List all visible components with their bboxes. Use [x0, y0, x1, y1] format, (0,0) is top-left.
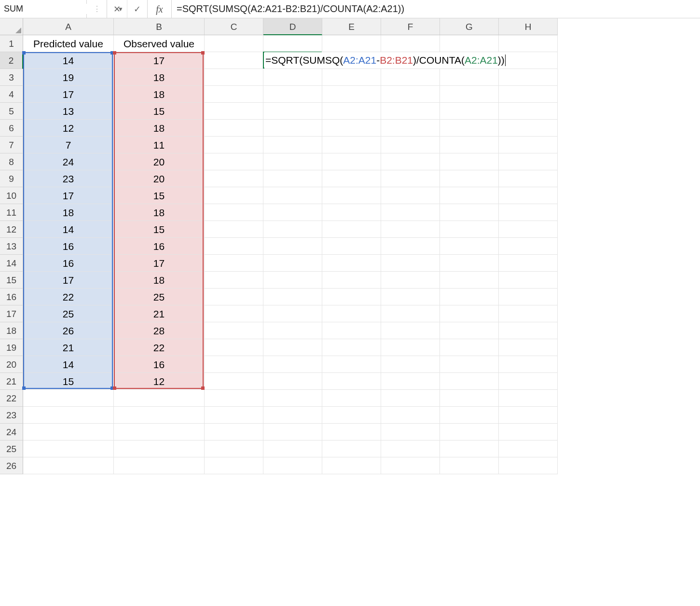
cell-H21[interactable]: [499, 373, 558, 390]
cell-E4[interactable]: [322, 86, 381, 103]
cell-A5[interactable]: 13: [23, 103, 114, 120]
row-header-17[interactable]: 17: [0, 305, 23, 322]
cell-A7[interactable]: 7: [23, 137, 114, 153]
row-header-14[interactable]: 14: [0, 255, 23, 272]
cell-G25[interactable]: [440, 441, 499, 457]
cell-D13[interactable]: [263, 238, 322, 255]
row-header-26[interactable]: 26: [0, 457, 23, 474]
cell-C19[interactable]: [205, 339, 263, 356]
cell-E5[interactable]: [322, 103, 381, 120]
cell-G11[interactable]: [440, 204, 499, 221]
cell-G1[interactable]: [440, 35, 499, 52]
cell-F13[interactable]: [381, 238, 440, 255]
row-header-4[interactable]: 4: [0, 86, 23, 103]
cell-H26[interactable]: [499, 457, 558, 474]
cell-A22[interactable]: [23, 390, 114, 407]
cell-D5[interactable]: [263, 103, 322, 120]
cell-F5[interactable]: [381, 103, 440, 120]
cell-D8[interactable]: [263, 153, 322, 170]
cell-B14[interactable]: 17: [114, 255, 205, 272]
cell-B11[interactable]: 18: [114, 204, 205, 221]
cell-C26[interactable]: [205, 457, 263, 474]
cell-D7[interactable]: [263, 137, 322, 153]
column-header-H[interactable]: H: [499, 18, 558, 35]
cell-C20[interactable]: [205, 356, 263, 373]
cell-H16[interactable]: [499, 289, 558, 305]
cell-H4[interactable]: [499, 86, 558, 103]
cell-E1[interactable]: [322, 35, 381, 52]
column-header-C[interactable]: C: [205, 18, 263, 35]
cell-C16[interactable]: [205, 289, 263, 305]
column-header-F[interactable]: F: [381, 18, 440, 35]
cell-G23[interactable]: [440, 407, 499, 424]
cell-E22[interactable]: [322, 390, 381, 407]
cell-C6[interactable]: [205, 120, 263, 137]
cell-D26[interactable]: [263, 457, 322, 474]
cell-D22[interactable]: [263, 390, 322, 407]
cell-C21[interactable]: [205, 373, 263, 390]
cell-B19[interactable]: 22: [114, 339, 205, 356]
cell-E23[interactable]: [322, 407, 381, 424]
cell-H8[interactable]: [499, 153, 558, 170]
cell-B13[interactable]: 16: [114, 238, 205, 255]
cell-H7[interactable]: [499, 137, 558, 153]
confirm-formula-button[interactable]: ✓: [127, 0, 148, 18]
cell-H5[interactable]: [499, 103, 558, 120]
cell-C12[interactable]: [205, 221, 263, 238]
row-header-22[interactable]: 22: [0, 390, 23, 407]
cell-G6[interactable]: [440, 120, 499, 137]
cell-G7[interactable]: [440, 137, 499, 153]
cell-G8[interactable]: [440, 153, 499, 170]
cell-D6[interactable]: [263, 120, 322, 137]
cell-H20[interactable]: [499, 356, 558, 373]
cell-E9[interactable]: [322, 170, 381, 187]
cell-F25[interactable]: [381, 441, 440, 457]
cell-F26[interactable]: [381, 457, 440, 474]
cell-H2[interactable]: [499, 52, 558, 69]
cell-B21[interactable]: 12: [114, 373, 205, 390]
cell-F12[interactable]: [381, 221, 440, 238]
cell-G19[interactable]: [440, 339, 499, 356]
cell-A9[interactable]: 23: [23, 170, 114, 187]
row-header-2[interactable]: 2: [0, 52, 23, 69]
cell-D25[interactable]: [263, 441, 322, 457]
cell-H23[interactable]: [499, 407, 558, 424]
cell-D4[interactable]: [263, 86, 322, 103]
cell-H3[interactable]: [499, 69, 558, 86]
cell-E11[interactable]: [322, 204, 381, 221]
cell-C3[interactable]: [205, 69, 263, 86]
cell-A4[interactable]: 17: [23, 86, 114, 103]
cell-C2[interactable]: [205, 52, 263, 69]
cell-H12[interactable]: [499, 221, 558, 238]
cell-A14[interactable]: 16: [23, 255, 114, 272]
cell-E17[interactable]: [322, 305, 381, 322]
row-header-7[interactable]: 7: [0, 137, 23, 153]
cell-C14[interactable]: [205, 255, 263, 272]
cell-A15[interactable]: 17: [23, 272, 114, 289]
cell-F20[interactable]: [381, 356, 440, 373]
cell-A18[interactable]: 26: [23, 322, 114, 339]
cell-G20[interactable]: [440, 356, 499, 373]
cell-A10[interactable]: 17: [23, 187, 114, 204]
cell-E7[interactable]: [322, 137, 381, 153]
row-header-21[interactable]: 21: [0, 373, 23, 390]
cell-E14[interactable]: [322, 255, 381, 272]
row-header-10[interactable]: 10: [0, 187, 23, 204]
cell-E26[interactable]: [322, 457, 381, 474]
row-header-9[interactable]: 9: [0, 170, 23, 187]
cell-H18[interactable]: [499, 322, 558, 339]
column-header-D[interactable]: D: [263, 18, 322, 35]
row-header-11[interactable]: 11: [0, 204, 23, 221]
cell-E12[interactable]: [322, 221, 381, 238]
cell-H19[interactable]: [499, 339, 558, 356]
cell-F22[interactable]: [381, 390, 440, 407]
cell-H1[interactable]: [499, 35, 558, 52]
cell-C7[interactable]: [205, 137, 263, 153]
cell-G3[interactable]: [440, 69, 499, 86]
cell-D18[interactable]: [263, 322, 322, 339]
cell-B25[interactable]: [114, 441, 205, 457]
cell-A20[interactable]: 14: [23, 356, 114, 373]
cell-E24[interactable]: [322, 424, 381, 441]
cell-G9[interactable]: [440, 170, 499, 187]
cell-F7[interactable]: [381, 137, 440, 153]
